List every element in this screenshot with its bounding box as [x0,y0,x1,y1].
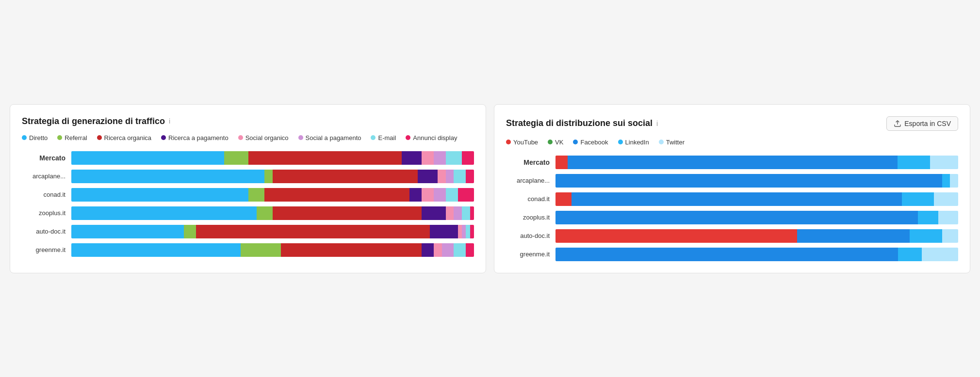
chart-row: Mercato [506,156,958,169]
chart-row: arcaplane... [22,170,474,183]
legend-item: Ricerca a pagamento [161,134,229,141]
bar-segment [555,229,797,243]
bar-segment [422,243,434,257]
bar-segment [462,151,474,165]
legend-label: Ricerca a pagamento [168,134,229,141]
bar-segment [71,243,241,257]
bar-segment [470,206,474,220]
bar-segment [434,151,446,165]
bar-segment [446,151,462,165]
bar-container [71,188,474,202]
legend-item: Facebook [573,139,608,146]
chart-row: auto-doc.it [506,229,958,243]
chart-row: greenme.it [506,248,958,261]
bar-segment [466,243,474,257]
bar-segment [797,229,910,243]
chart-row: conad.it [506,192,958,206]
bar-container [71,170,474,183]
main-container: Strategia di generazione di traffico i D… [10,104,970,273]
row-label: zooplus.it [22,209,65,217]
bar-segment [458,188,474,202]
legend-dot [406,135,410,140]
bar-segment [438,170,446,183]
legend-label: Ricerca organica [104,134,152,141]
legend-label: Social a pagamento [306,134,361,141]
legend-item: Referral [57,134,87,141]
right-legend: YouTubeVKFacebookLinkedInTwitter [506,139,958,146]
bar-container [71,243,474,257]
bar-segment [71,188,248,202]
bar-segment [264,188,409,202]
row-label: arcaplane... [22,173,65,180]
bar-segment [470,225,474,238]
export-icon [894,120,901,127]
legend-dot [22,135,27,140]
bar-segment [418,170,438,183]
row-label: auto-doc.it [506,232,550,239]
left-info-icon[interactable]: i [169,117,170,125]
row-label: Mercato [22,154,65,162]
bar-segment [942,174,950,188]
bar-segment [442,243,454,257]
legend-item: YouTube [506,139,538,146]
bar-segment [71,225,184,238]
row-label: zooplus.it [506,214,550,221]
legend-dot [97,135,102,140]
bar-segment [458,225,462,238]
legend-item: LinkedIn [618,139,649,146]
row-label: auto-doc.it [22,228,65,235]
legend-label: LinkedIn [625,139,649,146]
chart-row: conad.it [22,188,474,202]
legend-item: Social a pagamento [298,134,361,141]
legend-dot [618,140,623,144]
bar-container [555,211,958,224]
bar-container [555,174,958,188]
bar-segment [918,211,938,224]
bar-segment [409,188,422,202]
legend-item: E-mail [371,134,396,141]
bar-segment [248,151,401,165]
bar-container [555,248,958,261]
chart-row: auto-doc.it [22,225,474,238]
bar-segment [568,156,898,169]
bar-segment [224,151,248,165]
legend-item: VK [548,139,563,146]
bar-segment [572,192,902,206]
bar-segment [555,174,942,188]
legend-label: YouTube [513,139,538,146]
legend-label: Twitter [666,139,685,146]
legend-dot [298,135,303,140]
bar-segment [434,243,442,257]
left-legend: DirettoReferralRicerca organicaRicerca a… [22,134,474,141]
right-panel-header: Strategia di distribuzione sui social i … [506,116,958,131]
right-panel: Strategia di distribuzione sui social i … [494,104,970,273]
bar-segment [910,229,942,243]
bar-segment [422,188,434,202]
legend-item: Twitter [659,139,685,146]
bar-segment [434,188,446,202]
right-info-icon[interactable]: i [656,120,658,127]
bar-segment [71,170,264,183]
legend-dot [238,135,243,140]
bar-segment [938,211,959,224]
legend-label: Social organico [245,134,289,141]
export-csv-button[interactable]: Esporta in CSV [886,116,958,131]
legend-dot [506,140,511,144]
legend-dot [659,140,664,144]
legend-item: Ricerca organica [97,134,152,141]
bar-segment [422,151,434,165]
row-label: greenme.it [22,246,65,253]
bar-segment [942,229,958,243]
left-panel: Strategia di generazione di traffico i D… [10,104,486,273]
legend-item: Annunci display [406,134,457,141]
chart-row: zooplus.it [506,211,958,224]
legend-label: Diretto [29,134,48,141]
bar-segment [71,151,224,165]
chart-row: greenme.it [22,243,474,257]
bar-segment [922,248,958,261]
bar-segment [466,170,474,183]
bar-segment [555,248,898,261]
bar-segment [273,170,418,183]
bar-segment [446,188,458,202]
legend-item: Diretto [22,134,48,141]
